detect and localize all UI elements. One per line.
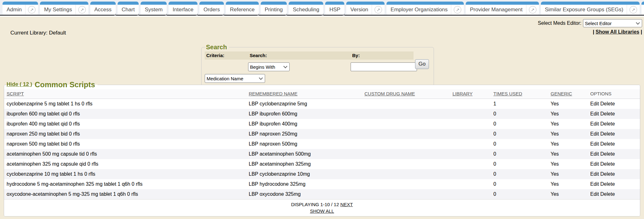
- nav-tab-access[interactable]: Access: [90, 2, 116, 14]
- edit-action-link[interactable]: Edit: [590, 101, 599, 106]
- edit-action-link[interactable]: Edit: [590, 171, 599, 177]
- top-navbar: Admin↗My Settings↗AccessChartSystemInter…: [0, 0, 644, 16]
- external-icon-area: ↗: [75, 5, 88, 14]
- search-header-spacer: [205, 60, 248, 74]
- delete-action-link[interactable]: Delete: [600, 131, 615, 136]
- table-header-row: SCRIPT REMEMBERED NAME CUSTOM DRUG NAME …: [4, 89, 640, 99]
- cell-remembered-name: LBP acetaminophen 325mg: [246, 159, 362, 169]
- cell-options: Edit Delete: [588, 189, 640, 199]
- nav-tab-orders[interactable]: Orders: [199, 2, 224, 14]
- delete-action-link[interactable]: Delete: [600, 161, 615, 167]
- edit-action-link[interactable]: Edit: [590, 151, 599, 157]
- delete-action-link[interactable]: Delete: [600, 181, 615, 187]
- delete-action-link[interactable]: Delete: [600, 121, 615, 126]
- tab-label: Printing: [261, 7, 287, 13]
- edit-action-link[interactable]: Edit: [590, 141, 599, 147]
- cell-options: Edit Delete: [588, 119, 640, 129]
- pipe-right: |: [641, 29, 642, 35]
- column-header-times-used[interactable]: TIMES USED: [491, 89, 548, 99]
- delete-action-link[interactable]: Delete: [600, 111, 615, 116]
- cell-options: Edit Delete: [588, 159, 640, 169]
- tab-label: Chart: [118, 7, 139, 13]
- nav-tab-my-settings[interactable]: My Settings↗: [40, 2, 88, 14]
- nav-tab-work-locations[interactable]: Work Locations↗: [641, 2, 644, 14]
- next-page-link[interactable]: NEXT: [340, 202, 353, 207]
- column-header-generic[interactable]: GENERIC: [548, 89, 588, 99]
- page-body: Current Library: Default Select Meds Edi…: [0, 17, 644, 219]
- cell-script: cyclobenzaprine 5 mg tablet 1 hs 0 rfls: [4, 99, 246, 109]
- cell-script: acetaminophen 500 mg capsule tid 0 rfls: [4, 149, 246, 159]
- meds-editor-select[interactable]: Select Editor: [583, 19, 642, 27]
- hide-toggle-link[interactable]: Hide ( 12 ): [7, 81, 32, 87]
- tab-label: Employer Organizations: [386, 7, 451, 13]
- nav-tab-reference[interactable]: Reference: [226, 2, 258, 14]
- cell-options: Edit Delete: [588, 109, 640, 119]
- nav-tab-printing[interactable]: Printing: [261, 2, 287, 14]
- column-header-custom-drug-name[interactable]: CUSTOM DRUG NAME: [362, 89, 450, 99]
- column-header-options: OPTIONS: [588, 89, 640, 99]
- column-header-script[interactable]: SCRIPT: [4, 89, 246, 99]
- nav-tab-system[interactable]: System: [141, 2, 167, 14]
- cell-library: [450, 99, 491, 109]
- tab-label: Access: [90, 7, 116, 13]
- cell-custom-drug-name: [362, 159, 450, 169]
- nav-tab-employer-organizations[interactable]: Employer Organizations↗: [386, 2, 464, 14]
- cell-generic: Yes: [548, 119, 588, 129]
- external-link-icon: ↗: [529, 6, 536, 13]
- delete-action-link[interactable]: Delete: [600, 101, 615, 106]
- nav-tab-chart[interactable]: Chart: [118, 2, 139, 14]
- nav-tab-interface[interactable]: Interface: [169, 2, 197, 14]
- nav-tab-admin[interactable]: Admin↗: [3, 2, 38, 14]
- tab-accent-bar: [289, 2, 323, 5]
- edit-action-link[interactable]: Edit: [590, 191, 599, 197]
- show-all-link[interactable]: SHOW ALL: [310, 208, 334, 214]
- cell-generic: Yes: [548, 99, 588, 109]
- cell-options: Edit Delete: [588, 179, 640, 189]
- cell-remembered-name: LBP hydrocodone 325mg: [246, 179, 362, 189]
- cell-times-used: 1: [491, 99, 548, 109]
- external-link-icon: ↗: [375, 6, 382, 13]
- table-row: naproxen 500 mg tablet bid 0 rflsLBP nap…: [4, 139, 640, 149]
- edit-action-link[interactable]: Edit: [590, 121, 599, 126]
- search-panel: Search Criteria: Search: By: Begins With: [201, 44, 434, 86]
- delete-action-link[interactable]: Delete: [600, 191, 615, 197]
- nav-tab-scheduling[interactable]: Scheduling: [289, 2, 323, 14]
- tab-label: Admin: [3, 7, 25, 13]
- cell-custom-drug-name: [362, 179, 450, 189]
- app-window: Admin↗My Settings↗AccessChartSystemInter…: [0, 0, 644, 219]
- tab-label: Reference: [226, 7, 258, 13]
- cell-options: Edit Delete: [588, 149, 640, 159]
- edit-action-link[interactable]: Edit: [590, 131, 599, 136]
- cell-custom-drug-name: [362, 149, 450, 159]
- edit-action-link[interactable]: Edit: [590, 181, 599, 187]
- cell-script: naproxen 250 mg tablet bid 0 rfls: [4, 129, 246, 139]
- nav-tab-version[interactable]: Version↗: [346, 2, 385, 14]
- edit-action-link[interactable]: Edit: [590, 111, 599, 116]
- cell-custom-drug-name: [362, 119, 450, 129]
- show-all-libraries-link[interactable]: Show All Libraries: [596, 29, 639, 35]
- nav-tab-similar-exposure-groups-segs[interactable]: Similar Exposure Groups (SEGs)↗: [541, 2, 640, 14]
- meds-editor-block: Select Meds Editor: Select Editor | Show…: [538, 19, 642, 35]
- tab-accent-bar: [346, 2, 385, 5]
- search-input[interactable]: [351, 62, 417, 71]
- cell-options: Edit Delete: [588, 129, 640, 139]
- menu-caret-icon: [342, 13, 345, 16]
- delete-action-link[interactable]: Delete: [600, 151, 615, 157]
- criteria-select[interactable]: Begins With: [248, 62, 290, 71]
- column-header-library[interactable]: LIBRARY: [450, 89, 491, 99]
- column-header-remembered-name[interactable]: REMEMBERED NAME: [246, 89, 362, 99]
- displaying-range-label: DISPLAYING 1-10 / 12: [291, 202, 339, 207]
- go-button[interactable]: Go: [415, 59, 429, 69]
- delete-action-link[interactable]: Delete: [600, 171, 615, 177]
- delete-action-link[interactable]: Delete: [600, 141, 615, 147]
- by-column-label: By:: [351, 51, 414, 60]
- common-scripts-table: SCRIPT REMEMBERED NAME CUSTOM DRUG NAME …: [4, 89, 640, 199]
- nav-tab-provider-management[interactable]: Provider Management↗: [466, 2, 539, 14]
- tab-accent-bar: [90, 2, 116, 5]
- cell-generic: Yes: [548, 149, 588, 159]
- edit-action-link[interactable]: Edit: [590, 161, 599, 167]
- cell-script: acetaminophen 325 mg capsule qid 0 rfls: [4, 159, 246, 169]
- criteria-select-wrap: Begins With: [248, 62, 290, 71]
- cell-times-used: 0: [491, 159, 548, 169]
- nav-tab-hsp[interactable]: HSP: [325, 2, 344, 14]
